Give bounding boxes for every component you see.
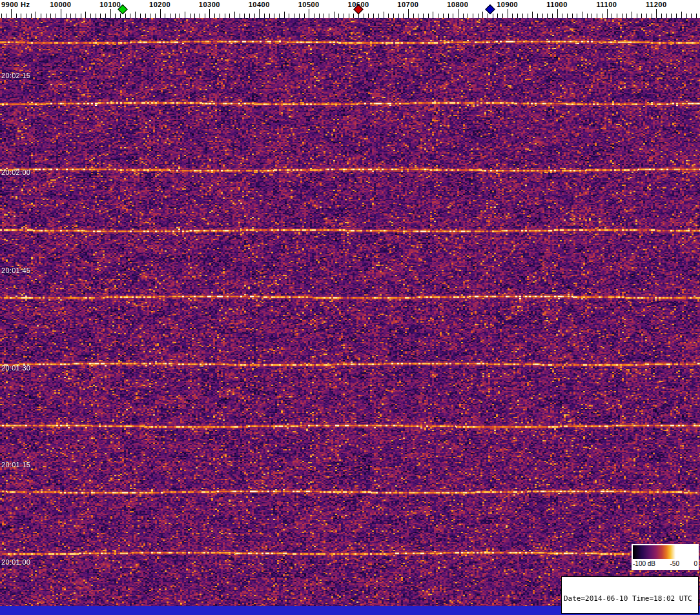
freq-tick xyxy=(85,12,86,18)
time-axis-label: 20:02:00 xyxy=(1,168,30,176)
freq-tick xyxy=(373,14,374,18)
freq-tick xyxy=(254,14,255,18)
freq-tick xyxy=(463,14,464,18)
freq-tick xyxy=(353,14,354,18)
freq-tick xyxy=(50,14,51,18)
freq-tick xyxy=(185,12,185,18)
freq-tick xyxy=(522,14,523,18)
freq-tick xyxy=(557,9,558,18)
freq-tick xyxy=(696,14,697,18)
legend-labels: -100 dB -50 0 xyxy=(633,560,697,567)
freq-tick xyxy=(100,14,101,18)
freq-label: 11000 xyxy=(546,1,567,8)
freq-tick xyxy=(11,9,12,18)
meteor-observation-window: 9900 Hz100001010010200103001040010500106… xyxy=(0,0,700,615)
freq-tick xyxy=(368,14,369,18)
freq-tick xyxy=(299,14,300,18)
freq-tick xyxy=(547,14,548,18)
freq-tick xyxy=(592,14,592,18)
blue-marker[interactable] xyxy=(485,5,495,15)
freq-tick xyxy=(1,14,2,18)
freq-tick xyxy=(205,14,205,18)
freq-tick xyxy=(408,9,409,18)
freq-tick xyxy=(646,14,647,18)
freq-tick xyxy=(249,14,250,18)
freq-label: 10500 xyxy=(298,1,320,8)
observation-info-box: Date=2014-06-10 Time=18:02 UTC Freq=143 … xyxy=(561,576,699,614)
freq-label: 10200 xyxy=(149,1,170,8)
freq-tick xyxy=(384,12,384,18)
freq-tick xyxy=(46,14,46,18)
freq-tick xyxy=(304,14,305,18)
freq-tick xyxy=(403,14,404,18)
freq-label: 10700 xyxy=(397,1,418,8)
freq-tick xyxy=(214,14,215,18)
freq-tick xyxy=(76,14,76,18)
freq-tick xyxy=(418,14,418,18)
freq-tick xyxy=(150,14,150,18)
freq-tick xyxy=(284,12,285,18)
freq-tick xyxy=(512,14,513,18)
freq-label: 10900 xyxy=(497,1,518,8)
freq-tick xyxy=(229,14,230,18)
time-axis-label: 20:01:45 xyxy=(1,267,30,274)
freq-label: 10100 xyxy=(99,1,121,8)
freq-tick xyxy=(56,14,56,18)
freq-tick xyxy=(582,12,582,18)
freq-tick xyxy=(398,14,399,18)
freq-tick xyxy=(597,14,597,18)
freq-tick xyxy=(671,14,672,18)
freq-tick xyxy=(180,14,180,18)
freq-tick xyxy=(681,12,682,18)
freq-tick xyxy=(502,14,503,18)
freq-tick xyxy=(453,14,453,18)
legend-max-label: 0 xyxy=(694,560,697,567)
time-axis-label: 20:01:30 xyxy=(1,364,30,372)
freq-tick xyxy=(652,14,652,18)
freq-tick xyxy=(200,14,200,18)
freq-tick xyxy=(225,14,225,18)
freq-tick xyxy=(622,14,623,18)
freq-tick xyxy=(587,14,588,18)
freq-tick xyxy=(388,14,389,18)
freq-tick xyxy=(16,14,17,18)
freq-tick xyxy=(542,14,543,18)
freq-tick xyxy=(433,12,433,18)
freq-tick xyxy=(155,14,156,18)
freq-tick xyxy=(21,14,21,18)
freq-tick xyxy=(562,14,562,18)
freq-tick xyxy=(244,14,245,18)
freq-tick xyxy=(294,14,294,18)
freq-tick xyxy=(666,14,667,18)
freq-tick xyxy=(458,9,458,18)
freq-tick xyxy=(478,14,479,18)
freq-tick xyxy=(6,14,6,18)
freq-tick xyxy=(145,14,146,18)
freq-tick xyxy=(676,14,677,18)
freq-tick xyxy=(497,14,498,18)
freq-tick xyxy=(314,14,314,18)
freq-tick xyxy=(482,12,483,18)
freq-tick xyxy=(160,9,161,18)
freq-tick xyxy=(617,14,617,18)
freq-tick xyxy=(532,12,533,18)
freq-tick xyxy=(96,14,96,18)
legend-mid-label: -50 xyxy=(670,560,679,567)
freq-tick xyxy=(637,14,637,18)
freq-tick xyxy=(632,12,632,18)
freq-tick xyxy=(641,14,642,18)
time-axis-label: 20:01:15 xyxy=(1,461,30,469)
freq-tick xyxy=(438,14,438,18)
freq-tick xyxy=(334,12,335,18)
freq-label: 10800 xyxy=(447,1,468,8)
freq-tick xyxy=(115,14,116,18)
freq-tick xyxy=(488,14,488,18)
freq-tick xyxy=(349,14,349,18)
freq-tick xyxy=(209,9,210,18)
freq-tick xyxy=(393,14,394,18)
freq-tick xyxy=(31,14,32,18)
freq-tick xyxy=(329,14,329,18)
freq-tick xyxy=(194,14,195,18)
freq-tick xyxy=(602,14,602,18)
freq-tick xyxy=(577,14,577,18)
